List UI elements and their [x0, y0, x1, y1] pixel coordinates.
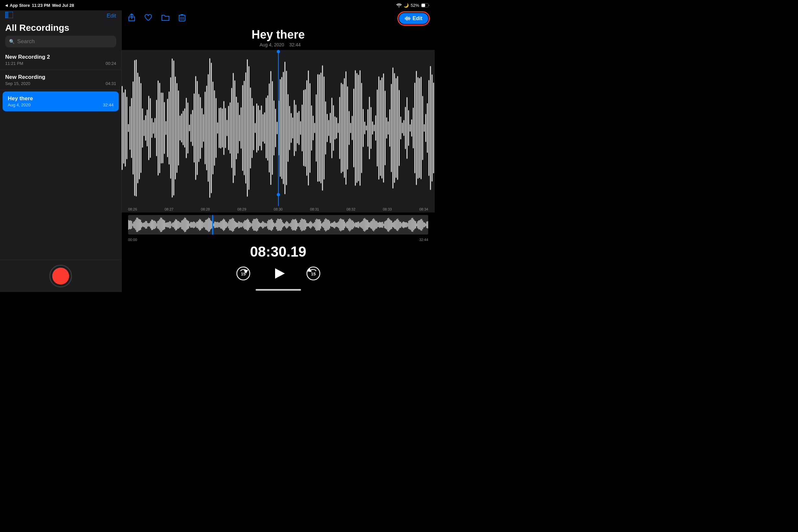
svg-rect-309 [222, 220, 223, 230]
svg-rect-20 [131, 98, 132, 158]
recording-item-1[interactable]: New Recording Sep 15, 2020 04:31 [0, 70, 121, 90]
svg-rect-346 [259, 223, 260, 227]
svg-rect-78 [222, 108, 223, 148]
svg-rect-508 [421, 219, 422, 231]
recording-meta-0: 11:21 PM 00:24 [5, 61, 116, 66]
svg-rect-159 [349, 111, 350, 145]
svg-rect-486 [399, 221, 400, 228]
svg-rect-326 [239, 222, 240, 228]
svg-rect-205 [421, 77, 422, 179]
current-time-display: 08:30.19 [122, 242, 435, 262]
detail-subtitle: Aug 4, 2020 32:44 [122, 42, 435, 48]
svg-rect-199 [411, 119, 412, 137]
svg-rect-461 [374, 220, 375, 230]
skip-forward-button[interactable]: 15 [306, 266, 321, 281]
svg-rect-110 [272, 81, 273, 175]
svg-rect-100 [256, 103, 257, 152]
svg-rect-72 [212, 81, 213, 174]
svg-rect-265 [178, 221, 179, 229]
svg-rect-80 [225, 108, 226, 148]
svg-rect-229 [142, 223, 143, 226]
svg-rect-203 [417, 77, 418, 179]
svg-rect-367 [280, 218, 281, 231]
svg-rect-246 [159, 219, 160, 231]
skip-back-button[interactable]: 15 [236, 266, 250, 281]
svg-rect-504 [417, 221, 418, 228]
waveform-container[interactable]: 08:26 08:27 08:28 08:29 08:30 08:31 08:3… [122, 50, 435, 212]
svg-rect-158 [347, 86, 348, 170]
detail-toolbar-icons [128, 14, 185, 23]
svg-rect-355 [268, 220, 269, 230]
svg-rect-368 [281, 220, 282, 230]
svg-rect-491 [404, 222, 405, 228]
svg-rect-392 [305, 220, 306, 229]
playhead-line [278, 50, 279, 206]
svg-rect-312 [225, 221, 226, 228]
share-button[interactable] [128, 14, 135, 23]
svg-rect-284 [197, 222, 198, 228]
svg-rect-237 [150, 221, 151, 228]
svg-rect-402 [315, 220, 316, 230]
svg-rect-181 [383, 73, 384, 183]
svg-rect-228 [141, 222, 142, 228]
svg-rect-47 [173, 60, 174, 196]
svg-rect-337 [250, 223, 251, 227]
svg-rect-91 [242, 85, 243, 171]
svg-rect-281 [194, 222, 195, 228]
waveform-icon [405, 16, 411, 21]
search-input[interactable] [17, 38, 112, 45]
mini-waveform-container[interactable] [128, 215, 428, 234]
svg-rect-31 [148, 96, 149, 160]
svg-rect-48 [175, 77, 176, 179]
record-button[interactable] [49, 265, 72, 287]
heart-button[interactable] [144, 14, 152, 23]
svg-rect-61 [195, 76, 196, 180]
svg-rect-60 [194, 93, 195, 163]
svg-rect-194 [403, 120, 404, 136]
svg-rect-243 [156, 223, 157, 227]
detail-title-section: Hey there Aug 4, 2020 32:44 [122, 26, 435, 50]
sidebar-edit-button[interactable]: Edit [107, 13, 116, 19]
status-date: Wed Jul 28 [52, 3, 74, 8]
svg-rect-87 [236, 97, 237, 159]
svg-rect-339 [252, 221, 253, 229]
recording-item-0[interactable]: New Recording 2 11:21 PM 00:24 [0, 50, 121, 70]
detail-title: Hey there [122, 28, 435, 41]
svg-rect-21 [133, 81, 134, 174]
skip-back-icon: 15 [236, 266, 250, 281]
recording-date-0: 11:21 PM [5, 61, 23, 66]
play-button[interactable] [270, 265, 287, 282]
svg-rect-389 [302, 218, 303, 231]
svg-rect-206 [422, 96, 423, 160]
svg-rect-25 [139, 77, 140, 179]
svg-rect-385 [298, 223, 299, 226]
svg-rect-22 [134, 60, 135, 196]
svg-rect-39 [161, 92, 162, 164]
svg-rect-456 [369, 223, 370, 227]
svg-rect-393 [306, 223, 307, 227]
svg-rect-447 [360, 222, 361, 228]
svg-rect-15 [123, 92, 124, 164]
folder-button[interactable] [161, 14, 170, 23]
svg-rect-257 [170, 222, 171, 228]
svg-rect-470 [383, 224, 384, 226]
svg-rect-18 [128, 124, 129, 132]
svg-rect-193 [402, 122, 403, 133]
detail-edit-button[interactable]: Edit [399, 13, 428, 24]
waveform-main[interactable] [122, 50, 435, 206]
search-bar[interactable]: 🔍 [5, 36, 116, 48]
timeline-label-0: 08:26 [128, 207, 137, 211]
svg-rect-302 [215, 222, 216, 228]
svg-rect-286 [199, 218, 200, 231]
svg-rect-386 [299, 222, 300, 227]
svg-rect-230 [143, 223, 144, 227]
svg-rect-352 [265, 223, 266, 227]
trash-button[interactable] [179, 14, 185, 23]
recording-meta-1: Sep 15, 2020 04:31 [5, 81, 116, 86]
recording-item-2[interactable]: Hey there Aug 4, 2020 32:44 [3, 92, 119, 111]
svg-rect-196 [406, 97, 407, 159]
svg-rect-4 [179, 15, 185, 21]
sidebar-toggle-button[interactable] [5, 12, 13, 20]
svg-rect-513 [426, 222, 427, 228]
svg-rect-320 [233, 218, 234, 231]
